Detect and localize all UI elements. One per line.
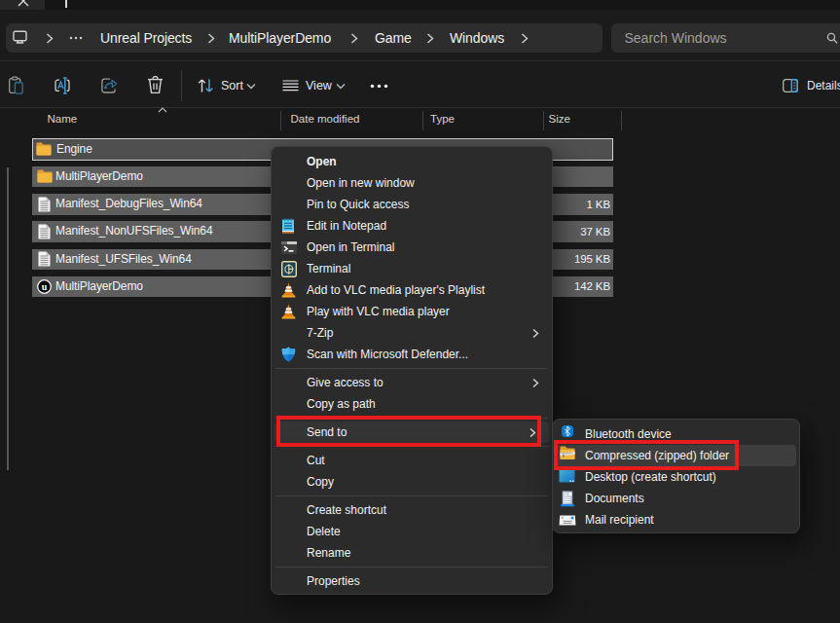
svg-text:u: u [41,281,47,292]
